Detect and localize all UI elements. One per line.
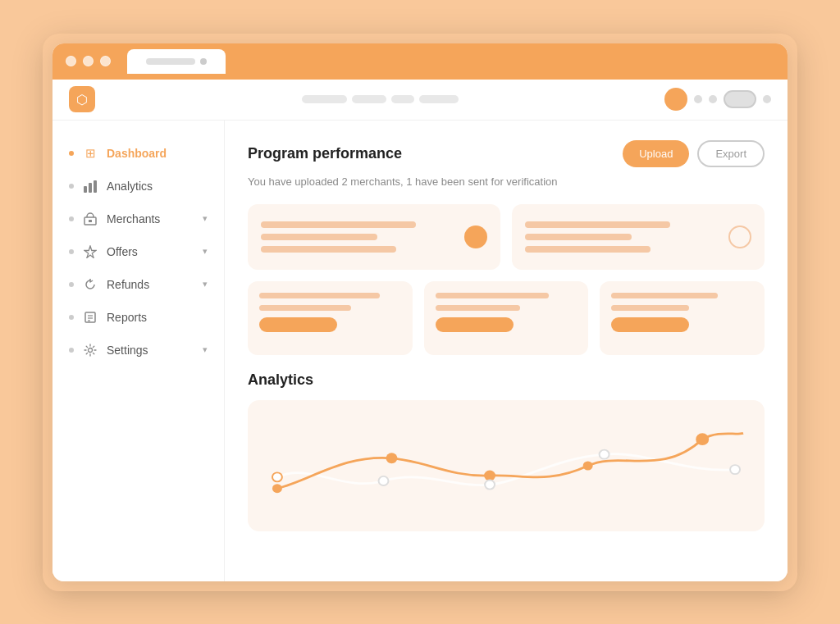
sidebar-label-analytics: Analytics — [107, 180, 153, 193]
merchant-card-1 — [248, 204, 500, 270]
traffic-light-red[interactable] — [66, 56, 76, 66]
small-card-2 — [424, 281, 589, 355]
analytics-section: Analytics — [248, 371, 765, 531]
chart-point-secondary-3 — [485, 481, 495, 490]
user-avatar[interactable] — [664, 88, 687, 111]
nav-pill-4 — [419, 95, 459, 103]
outer-frame: ⬡ ⊞ — [43, 34, 797, 591]
sidebar-label-refunds: Refunds — [107, 278, 149, 291]
header-buttons: Upload Export — [623, 140, 765, 167]
nav-pill-3 — [391, 95, 414, 103]
nav-dot-merchants — [69, 216, 74, 221]
dashboard-icon: ⊞ — [82, 145, 98, 162]
card-line-1c — [261, 246, 396, 253]
sidebar: ⊞ Dashboard Analytics Merchants — [52, 121, 225, 581]
chart-point-2 — [386, 453, 397, 463]
card-lines-2 — [525, 221, 719, 253]
sidebar-label-offers: Offers — [107, 245, 138, 258]
tab-close-icon[interactable] — [200, 58, 207, 65]
sidebar-label-merchants: Merchants — [107, 212, 160, 225]
small-card-line-1a — [259, 293, 380, 298]
small-cards-row — [248, 281, 765, 355]
title-bar — [52, 43, 788, 80]
card-lines-1 — [261, 221, 454, 253]
small-card-line-1b — [259, 305, 351, 311]
nav-dot-refunds — [69, 282, 74, 287]
svg-point-9 — [89, 348, 93, 352]
upload-button[interactable]: Upload — [623, 140, 689, 167]
analytics-chart — [248, 400, 765, 531]
card-line-1a — [261, 221, 416, 228]
toolbar-dot-3 — [763, 95, 771, 103]
performance-subtitle: You have uploaded 2 merchants, 1 have be… — [248, 174, 765, 190]
svg-rect-0 — [84, 186, 87, 193]
tab-text — [146, 58, 195, 65]
chart-point-1 — [272, 484, 282, 493]
chart-point-secondary-5 — [730, 465, 740, 474]
small-card-line-2a — [436, 293, 549, 298]
sidebar-item-offers[interactable]: Offers ▾ — [52, 235, 224, 268]
small-card-btn-3 — [611, 317, 689, 332]
small-card-btn-2 — [436, 317, 514, 332]
small-card-1 — [248, 281, 413, 355]
card-indicator-2 — [728, 225, 751, 248]
traffic-light-green[interactable] — [100, 56, 111, 66]
toolbar-dot-1 — [694, 95, 702, 103]
nav-pill-2 — [352, 95, 386, 103]
chart-point-3 — [484, 471, 495, 481]
sidebar-item-analytics[interactable]: Analytics — [52, 170, 224, 203]
nav-dot-settings — [69, 348, 74, 353]
offers-chevron-icon: ▾ — [203, 246, 208, 257]
card-line-2b — [525, 234, 632, 240]
toolbar-nav-pills — [302, 95, 459, 103]
card-line-2a — [525, 221, 670, 228]
nav-pill-1 — [302, 95, 347, 103]
sidebar-label-reports: Reports — [107, 311, 147, 324]
browser-window: ⬡ ⊞ — [52, 43, 788, 581]
small-card-line-2b — [436, 305, 521, 311]
reports-icon — [82, 309, 98, 326]
analytics-title: Analytics — [248, 371, 765, 389]
sidebar-item-reports[interactable]: Reports — [52, 301, 224, 334]
settings-icon — [82, 342, 98, 358]
small-card-line-3b — [611, 305, 689, 311]
nav-dot-dashboard — [69, 151, 74, 156]
main-content: Program performance Upload Export You ha… — [225, 121, 788, 581]
settings-chevron-icon: ▾ — [203, 344, 208, 355]
card-line-2c — [525, 246, 651, 253]
performance-header: Program performance Upload Export — [248, 140, 765, 167]
refunds-chevron-icon: ▾ — [203, 279, 208, 289]
sidebar-item-settings[interactable]: Settings ▾ — [52, 334, 224, 367]
sidebar-item-refunds[interactable]: Refunds ▾ — [52, 268, 224, 301]
browser-tab[interactable] — [127, 49, 226, 74]
svg-rect-4 — [89, 220, 92, 222]
toolbar-toggle[interactable] — [724, 90, 756, 108]
app-logo[interactable]: ⬡ — [69, 86, 95, 112]
refunds-icon — [82, 276, 98, 293]
sidebar-item-merchants[interactable]: Merchants ▾ — [52, 203, 224, 235]
chart-point-secondary-1 — [272, 472, 282, 481]
chart-point-secondary-4 — [600, 450, 609, 459]
page-title: Program performance — [248, 145, 402, 162]
nav-dot-analytics — [69, 184, 74, 189]
toolbar-dot-2 — [709, 95, 717, 103]
card-indicator-1 — [464, 225, 487, 248]
traffic-light-yellow[interactable] — [83, 56, 94, 66]
small-card-line-3a — [611, 293, 718, 298]
nav-dot-offers — [69, 249, 74, 254]
sidebar-item-dashboard[interactable]: ⊞ Dashboard — [52, 137, 224, 170]
analytics-icon — [82, 178, 98, 194]
export-button[interactable]: Export — [697, 140, 765, 167]
svg-rect-2 — [94, 180, 97, 193]
sidebar-label-dashboard: Dashboard — [107, 147, 167, 160]
merchants-icon — [82, 211, 98, 227]
chart-point-4 — [583, 461, 593, 470]
toolbar-actions — [664, 88, 771, 111]
chart-point-5 — [696, 433, 709, 445]
nav-dot-reports — [69, 315, 74, 320]
merchant-card-2 — [512, 204, 765, 270]
card-line-1b — [261, 234, 377, 240]
app-body: ⊞ Dashboard Analytics Merchants — [52, 121, 788, 581]
chart-svg — [261, 417, 751, 515]
sidebar-label-settings: Settings — [107, 344, 148, 357]
